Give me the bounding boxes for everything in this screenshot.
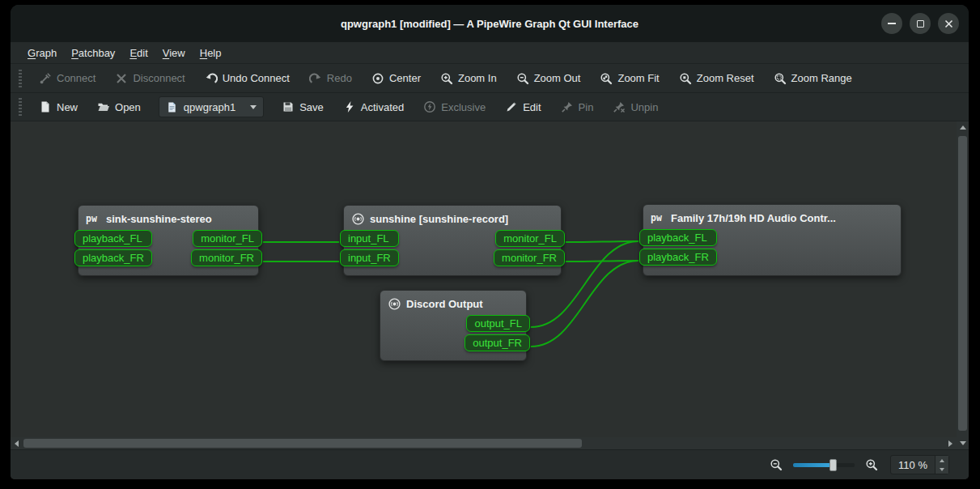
new-icon — [39, 100, 52, 113]
zoom-range-icon — [774, 72, 787, 85]
minimize-icon — [888, 23, 896, 24]
graph-node-family-hd-audio[interactable]: pwFamily 17h/19h HD Audio Contr...playba… — [643, 204, 902, 276]
zoom-spin-down-button[interactable] — [935, 465, 948, 474]
toolbar-button-label: New — [57, 101, 78, 113]
toolbar-button-label: Zoom Out — [534, 72, 581, 84]
zoom-out-icon — [516, 72, 529, 85]
input-port-playback_FL[interactable]: playback_FL — [74, 230, 152, 247]
horizontal-scroll-thumb[interactable] — [23, 439, 582, 448]
record-icon — [351, 212, 365, 226]
output-port-monitor_FR[interactable]: monitor_FR — [191, 249, 262, 266]
arrow-left-icon — [15, 440, 19, 447]
input-port-playback_FR[interactable]: playback_FR — [74, 249, 152, 266]
menu-help[interactable]: Help — [193, 45, 229, 62]
patchbay-file-icon — [166, 100, 179, 113]
window-title: qpwgraph1 [modified] — A PipeWire Graph … — [341, 18, 638, 30]
close-button[interactable] — [938, 13, 959, 34]
zoom-range-button[interactable]: Zoom Range — [764, 68, 862, 89]
toolbar-button-label: Zoom In — [458, 72, 497, 84]
undo-connect-button[interactable]: Undo Connect — [195, 68, 299, 89]
toolbar-button-label: Zoom Fit — [617, 72, 659, 84]
maximize-icon — [917, 20, 924, 28]
new-button[interactable]: New — [29, 96, 87, 117]
toolbar-button-label: Open — [115, 101, 141, 113]
toolbar-button-label: Activated — [361, 101, 404, 113]
arrow-up-icon — [960, 125, 966, 130]
center-button[interactable]: Center — [362, 68, 431, 89]
zoom-spin-up-button[interactable] — [935, 456, 948, 465]
output-port-monitor_FL[interactable]: monitor_FL — [495, 230, 565, 247]
toolbar-button-label: Edit — [523, 101, 541, 113]
unpin-button[interactable]: Unpin — [603, 96, 668, 117]
input-port-playback_FR[interactable]: playback_FR — [639, 249, 717, 266]
zoom-fit-button[interactable]: Zoom Fit — [590, 68, 668, 89]
graph-canvas[interactable]: pwsink-sunshine-stereoplayback_FLplaybac… — [11, 121, 957, 437]
output-port-monitor_FR[interactable]: monitor_FR — [494, 249, 565, 266]
patchbay-profile-select[interactable]: qpwgraph1 — [159, 96, 264, 117]
pipewire-icon: pw — [86, 213, 101, 224]
scroll-down-button[interactable] — [957, 437, 969, 449]
patch-cable[interactable] — [566, 241, 638, 242]
graph-node-discord-output[interactable]: Discord Outputoutput_FLoutput_FR — [380, 290, 527, 361]
scroll-up-button[interactable] — [957, 121, 969, 134]
toolbar-button-label: Unpin — [630, 101, 658, 113]
output-port-output_FL[interactable]: output_FL — [466, 315, 530, 332]
toolbar-button-label: Save — [299, 101, 324, 113]
arrow-down-icon — [960, 441, 966, 445]
output-port-output_FR[interactable]: output_FR — [465, 334, 530, 351]
node-title: sink-sunshine-stereo — [106, 213, 212, 225]
minimize-button[interactable] — [881, 13, 902, 34]
open-button[interactable]: Open — [87, 96, 151, 117]
node-title: sunshine [sunshine-record] — [370, 213, 508, 225]
save-button[interactable]: Save — [272, 96, 333, 117]
disconnect-button[interactable]: Disconnect — [105, 68, 194, 89]
menu-edit[interactable]: Edit — [122, 45, 155, 62]
zoom-fit-icon — [600, 72, 613, 85]
edit-button[interactable]: Edit — [495, 96, 550, 117]
zoom-reset-icon — [679, 72, 692, 85]
center-icon — [371, 72, 384, 85]
output-port-monitor_FL[interactable]: monitor_FL — [193, 230, 262, 247]
zoom-out-button[interactable]: Zoom Out — [507, 68, 591, 89]
zoom-reset-button[interactable]: Zoom Reset — [669, 68, 764, 89]
scroll-left-button[interactable] — [11, 437, 23, 449]
input-port-input_FR[interactable]: input_FR — [340, 249, 399, 266]
connect-icon — [39, 72, 52, 85]
patch-cable[interactable] — [566, 261, 638, 262]
zoom-slider-fill — [793, 463, 833, 467]
graph-node-sink-sunshine-stereo[interactable]: pwsink-sunshine-stereoplayback_FLplaybac… — [78, 205, 259, 276]
disconnect-icon — [115, 72, 128, 85]
menu-view[interactable]: View — [155, 45, 193, 62]
zoom-slider[interactable] — [793, 463, 855, 467]
activated-button[interactable]: Activated — [333, 96, 414, 117]
maximize-button[interactable] — [910, 13, 931, 34]
zoom-slider-handle[interactable] — [829, 459, 837, 471]
undo-icon — [205, 72, 218, 85]
zoom-in-button[interactable]: Zoom In — [431, 68, 507, 89]
chevron-down-icon — [250, 105, 257, 109]
menu-patchbay[interactable]: Patchbay — [64, 45, 122, 62]
toolbar-button-label: Exclusive — [441, 101, 486, 113]
patchbay-toolbar: NewOpen qpwgraph1 SaveActivatedExclusive… — [11, 92, 969, 121]
input-port-input_FL[interactable]: input_FL — [340, 230, 399, 247]
connect-button[interactable]: Connect — [29, 68, 105, 89]
horizontal-scrollbar[interactable] — [11, 437, 957, 449]
toolbar-handle[interactable] — [19, 98, 22, 116]
graph-node-sunshine[interactable]: sunshine [sunshine-record]input_FLinput_… — [343, 205, 562, 276]
title-bar[interactable]: qpwgraph1 [modified] — A PipeWire Graph … — [11, 5, 969, 42]
cable-layer — [11, 121, 957, 437]
pin-button[interactable]: Pin — [551, 96, 604, 117]
input-port-playback_FL[interactable]: playback_FL — [639, 229, 717, 246]
redo-icon — [309, 72, 322, 85]
toolbar-button-label: Center — [389, 72, 421, 84]
zoom-in-icon[interactable] — [865, 458, 878, 471]
zoom-spinbox[interactable]: 110 % — [890, 455, 949, 474]
vertical-scroll-thumb[interactable] — [958, 136, 967, 431]
scroll-right-button[interactable] — [944, 437, 957, 449]
redo-button[interactable]: Redo — [299, 68, 362, 89]
menu-graph[interactable]: Graph — [20, 45, 64, 62]
exclusive-button[interactable]: Exclusive — [414, 96, 495, 117]
toolbar-handle[interactable] — [19, 70, 22, 87]
zoom-out-icon[interactable] — [770, 458, 783, 471]
vertical-scrollbar[interactable] — [957, 121, 969, 449]
